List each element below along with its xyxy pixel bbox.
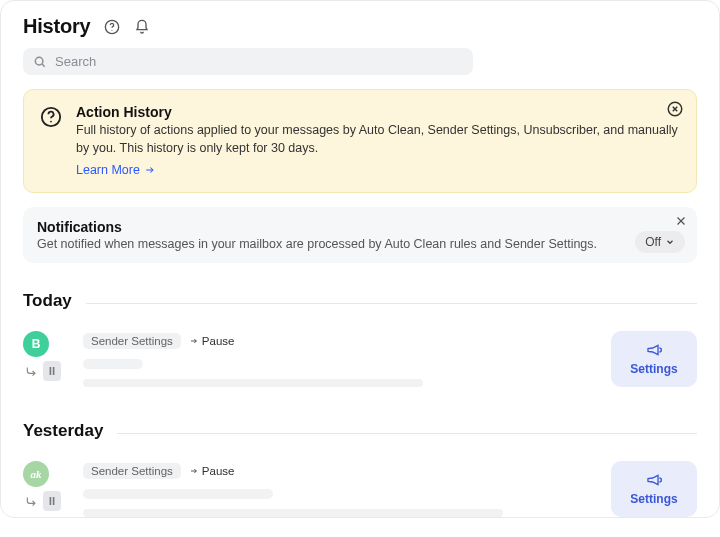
skeleton-line xyxy=(83,379,423,387)
notifications-toggle[interactable]: Off xyxy=(635,231,685,253)
tag-row: Sender Settings Pause xyxy=(83,333,599,349)
banner-body: Full history of actions applied to your … xyxy=(76,122,680,157)
skeleton-line xyxy=(83,509,503,517)
section-heading-today: Today xyxy=(23,291,72,311)
settings-label: Settings xyxy=(630,492,677,506)
notifications-title: Notifications xyxy=(37,219,683,235)
svg-point-2 xyxy=(35,57,43,65)
sub-icons xyxy=(25,491,61,511)
search-input[interactable] xyxy=(55,54,463,69)
sub-icons xyxy=(25,361,61,381)
action-label: Pause xyxy=(189,335,235,347)
learn-more-label: Learn More xyxy=(76,163,140,177)
action-label: Pause xyxy=(189,465,235,477)
info-banner: Action History Full history of actions a… xyxy=(23,89,697,193)
avatar-column: B xyxy=(23,331,71,381)
action-text: Pause xyxy=(202,335,235,347)
question-circle-icon xyxy=(40,106,62,178)
skeleton-line xyxy=(83,489,273,499)
history-entry: ak Sender Settings Pause xyxy=(23,461,697,517)
chevron-down-icon xyxy=(665,237,675,247)
svg-point-1 xyxy=(111,29,112,30)
arrow-right-icon xyxy=(144,165,156,175)
pause-icon xyxy=(43,491,61,511)
arrow-right-icon xyxy=(189,337,199,345)
history-entry: B Sender Settings Pause xyxy=(23,331,697,387)
source-tag: Sender Settings xyxy=(83,333,181,349)
banner-title: Action History xyxy=(76,104,680,120)
close-notifications-button[interactable] xyxy=(675,215,687,227)
search-icon xyxy=(33,55,47,69)
close-banner-button[interactable] xyxy=(666,100,684,118)
megaphone-icon xyxy=(645,472,663,488)
reply-arrow-icon xyxy=(25,494,39,508)
reply-arrow-icon xyxy=(25,364,39,378)
megaphone-icon xyxy=(645,342,663,358)
avatar: ak xyxy=(23,461,49,487)
skeleton-line xyxy=(83,359,143,369)
notifications-body: Get notified when messages in your mailb… xyxy=(37,237,683,251)
search-field[interactable] xyxy=(23,48,473,75)
section-heading-row: Yesterday xyxy=(23,421,697,441)
settings-label: Settings xyxy=(630,362,677,376)
avatar: B xyxy=(23,331,49,357)
banner-content: Action History Full history of actions a… xyxy=(76,104,680,178)
page-header: History xyxy=(23,15,697,38)
bell-icon[interactable] xyxy=(133,18,151,36)
help-icon[interactable] xyxy=(103,18,121,36)
avatar-column: ak xyxy=(23,461,71,511)
divider xyxy=(86,303,697,304)
section-heading-row: Today xyxy=(23,291,697,311)
arrow-right-icon xyxy=(189,467,199,475)
history-page: History Action History Full history of a… xyxy=(0,0,720,518)
svg-line-3 xyxy=(42,64,45,67)
entry-main: Sender Settings Pause xyxy=(83,331,599,387)
entry-main: Sender Settings Pause xyxy=(83,461,599,517)
settings-button[interactable]: Settings xyxy=(611,331,697,387)
page-title: History xyxy=(23,15,91,38)
svg-point-5 xyxy=(50,121,52,123)
divider xyxy=(117,433,697,434)
settings-button[interactable]: Settings xyxy=(611,461,697,517)
tag-row: Sender Settings Pause xyxy=(83,463,599,479)
notifications-card: Notifications Get notified when messages… xyxy=(23,207,697,263)
learn-more-link[interactable]: Learn More xyxy=(76,163,156,177)
pause-icon xyxy=(43,361,61,381)
source-tag: Sender Settings xyxy=(83,463,181,479)
toggle-value: Off xyxy=(645,235,661,249)
action-text: Pause xyxy=(202,465,235,477)
section-heading-yesterday: Yesterday xyxy=(23,421,103,441)
